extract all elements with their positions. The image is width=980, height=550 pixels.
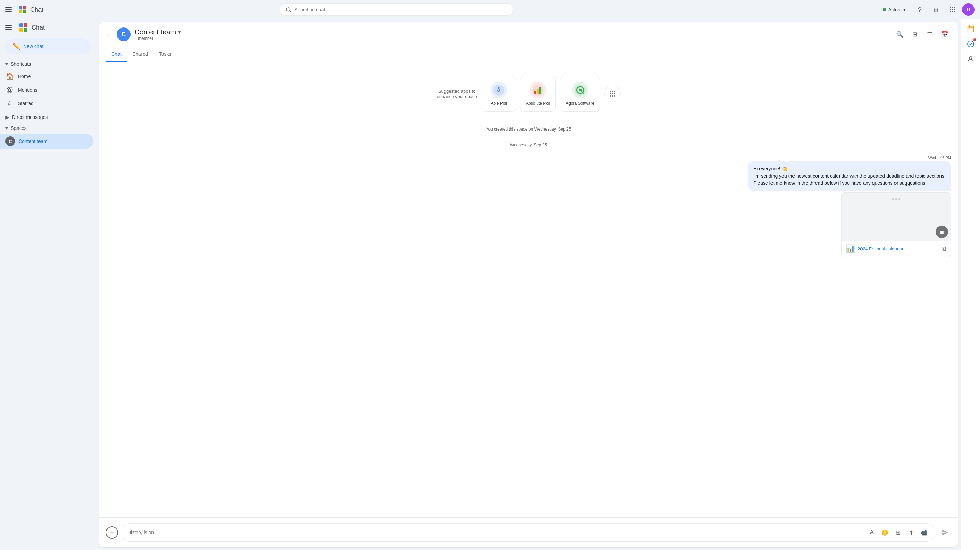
- svg-rect-28: [19, 10, 23, 13]
- svg-rect-1: [24, 23, 27, 27]
- calendar-button[interactable]: 📅: [939, 28, 951, 41]
- sidebar: Chat ✏️ New chat ▾ Shortcuts 🏠 Home @ Me…: [0, 19, 96, 550]
- task-button[interactable]: ☰: [924, 28, 936, 41]
- sidebar-item-starred[interactable]: ☆ Starred: [0, 97, 94, 110]
- tab-tasks[interactable]: Tasks: [154, 47, 177, 62]
- right-panel-calendar-icon[interactable]: [964, 22, 978, 36]
- topbar-logo: Chat: [5, 5, 95, 14]
- topbar-hamburger[interactable]: [5, 5, 14, 14]
- sidebar-header: Chat: [0, 19, 96, 36]
- svg-point-36: [954, 9, 955, 10]
- right-panel-user-icon[interactable]: [964, 52, 978, 66]
- sidebar-item-content-team[interactable]: C Content team: [0, 134, 94, 149]
- agora-software-icon: [572, 82, 589, 98]
- chat-avatar: C: [117, 27, 130, 41]
- video-button[interactable]: 📹: [918, 527, 929, 538]
- svg-point-14: [610, 91, 611, 92]
- spaces-header[interactable]: ▾ Spaces: [0, 122, 96, 134]
- svg-point-25: [969, 57, 972, 59]
- chat-tabs: Chat Shared Tasks: [99, 47, 958, 62]
- sidebar-item-mentions[interactable]: @ Mentions: [0, 83, 94, 97]
- search-chat-button[interactable]: 🔍: [893, 28, 906, 41]
- svg-rect-27: [23, 6, 27, 10]
- topbar: Chat Active ▾ ? ⚙ U: [0, 0, 980, 19]
- shortcuts-section: ▾ Shortcuts 🏠 Home @ Mentions ☆ Starred: [0, 57, 96, 112]
- chat-input-area: + A 😊 ⊞ ⬆ 📹: [99, 517, 958, 547]
- right-panel-tasks-icon[interactable]: [964, 37, 978, 51]
- topbar-right: Active ▾ ? ⚙ U: [879, 3, 975, 16]
- chat-main: ← C Content team ▾ 1 member 🔍 ⊞ ☰ 📅 Chat…: [99, 22, 958, 547]
- right-panel: [961, 19, 980, 550]
- app-card-able-poll[interactable]: ā Able Poll: [482, 76, 516, 112]
- svg-point-31: [950, 7, 951, 8]
- app-title: Chat: [32, 24, 45, 31]
- svg-rect-9: [539, 87, 541, 94]
- message-bubble: Hi everyone! 👋 I'm sending you the newes…: [748, 161, 951, 191]
- settings-button[interactable]: ⚙: [929, 3, 943, 16]
- tab-chat[interactable]: Chat: [106, 47, 127, 62]
- home-icon: 🏠: [5, 72, 14, 80]
- message-input[interactable]: [127, 530, 864, 535]
- direct-messages-header[interactable]: ▶ Direct messages: [0, 112, 96, 122]
- message-input-box: A 😊 ⊞ ⬆ 📹: [122, 523, 935, 542]
- svg-point-32: [952, 7, 953, 8]
- svg-point-19: [614, 93, 615, 94]
- status-button[interactable]: Active ▾: [879, 5, 910, 14]
- svg-rect-8: [537, 89, 539, 94]
- app-logo: Chat: [18, 22, 45, 33]
- svg-point-22: [614, 95, 615, 97]
- help-button[interactable]: ?: [913, 3, 926, 16]
- svg-rect-26: [19, 6, 23, 10]
- spaces-expand-icon: ▾: [5, 126, 8, 131]
- svg-rect-7: [535, 91, 536, 94]
- shortcuts-expand-icon: ▾: [5, 61, 8, 67]
- new-chat-button[interactable]: ✏️ New chat: [5, 38, 91, 54]
- svg-point-35: [952, 9, 953, 10]
- spreadsheet-icon: 📊: [846, 244, 855, 253]
- message-timestamp: Wed 1:46 PM: [929, 156, 951, 160]
- suggested-apps: Suggested apps to enhance your space ā A…: [106, 76, 951, 112]
- svg-point-16: [614, 91, 615, 92]
- svg-rect-2: [19, 28, 23, 32]
- svg-point-34: [950, 9, 951, 10]
- sidebar-item-home[interactable]: 🏠 Home: [0, 69, 94, 83]
- message-row: Wed 1:46 PM Hi everyone! 👋 I'm sending y…: [106, 156, 951, 257]
- chat-header: ← C Content team ▾ 1 member 🔍 ⊞ ☰ 📅: [99, 22, 958, 47]
- layout-button[interactable]: ⊞: [908, 28, 921, 41]
- star-icon: ☆: [5, 99, 14, 108]
- input-actions: A 😊 ⊞ ⬆ 📹: [866, 527, 929, 538]
- apps-button[interactable]: [946, 3, 959, 16]
- upload-button[interactable]: ⬆: [905, 527, 916, 538]
- shortcuts-header[interactable]: ▾ Shortcuts: [0, 59, 96, 69]
- absolute-poll-icon: [530, 82, 546, 98]
- hamburger-menu[interactable]: [5, 23, 14, 32]
- file-name[interactable]: 2024 Editorial calendar: [858, 246, 939, 251]
- app-card-absolute-poll[interactable]: Absolute Poll: [520, 76, 556, 112]
- send-icon: [942, 529, 948, 536]
- search-icon: [285, 6, 292, 13]
- chat-member-count: 1 member: [135, 36, 889, 41]
- add-button[interactable]: +: [106, 526, 118, 539]
- app-card-agora-software[interactable]: Agora Software: [560, 76, 600, 112]
- back-button[interactable]: ←: [106, 30, 113, 38]
- stop-button[interactable]: ⏹: [936, 226, 948, 238]
- dm-expand-icon: ▶: [5, 114, 9, 120]
- format-text-button[interactable]: A: [866, 527, 877, 538]
- send-button[interactable]: [939, 526, 951, 539]
- svg-point-37: [950, 11, 951, 12]
- attachment-button[interactable]: ⊞: [892, 527, 904, 538]
- topbar-logo-icon: [18, 5, 27, 14]
- emoji-button[interactable]: 😊: [879, 527, 890, 538]
- chat-title[interactable]: Content team ▾: [135, 28, 889, 36]
- user-avatar[interactable]: U: [962, 3, 975, 16]
- topbar-app-title: Chat: [30, 6, 43, 13]
- input-container: + A 😊 ⊞ ⬆ 📹: [106, 523, 951, 542]
- more-apps-button[interactable]: [604, 86, 621, 102]
- svg-point-18: [612, 93, 613, 94]
- svg-point-21: [612, 95, 613, 97]
- search-input[interactable]: [294, 7, 508, 13]
- tab-shared[interactable]: Shared: [127, 47, 154, 62]
- date-divider: Wednesday, Sep 25: [106, 143, 951, 147]
- copy-attachment-button[interactable]: ⧉: [942, 245, 947, 253]
- mentions-icon: @: [5, 86, 14, 94]
